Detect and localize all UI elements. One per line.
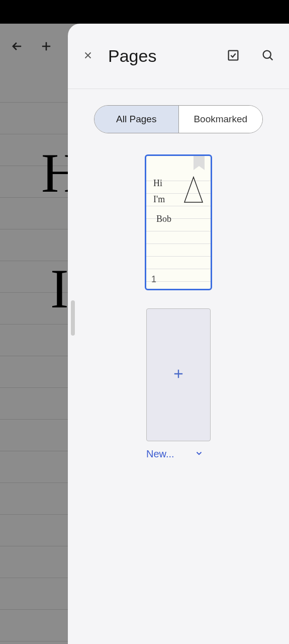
pages-panel: Pages: [68, 24, 289, 644]
bookmark-ribbon-icon: [194, 156, 205, 172]
new-page-button[interactable]: [146, 308, 211, 441]
hw-line-1: Hi: [153, 175, 171, 191]
tab-bookmarked[interactable]: Bookmarked: [179, 106, 263, 133]
svg-rect-0: [229, 51, 238, 60]
chevron-down-icon: [195, 449, 204, 460]
page-number: 1: [151, 274, 156, 285]
status-bar: [0, 0, 289, 24]
triangle-drawing: [183, 176, 204, 206]
panel-title: Pages: [108, 46, 222, 66]
scroll-handle[interactable]: [71, 300, 75, 336]
hw-line-3: Bob: [156, 211, 171, 227]
header-actions: [222, 45, 279, 67]
close-button[interactable]: [78, 46, 98, 66]
search-icon: [261, 48, 275, 64]
new-page-label: New...: [146, 448, 174, 460]
checkbox-icon: [226, 48, 240, 64]
close-icon: [82, 50, 93, 62]
plus-icon: [171, 367, 185, 383]
thumbnail-handwriting: Hi I'm Bob: [153, 175, 171, 227]
search-button[interactable]: [257, 45, 279, 67]
thumbnails-container: Hi I'm Bob 1: [145, 154, 212, 460]
new-page-container: New...: [146, 308, 211, 460]
panel-header: Pages: [68, 24, 289, 89]
hw-line-2: I'm: [153, 191, 171, 207]
pages-filter-tabs: All Pages Bookmarked: [94, 105, 263, 133]
select-button[interactable]: [222, 45, 244, 67]
new-page-dropdown[interactable]: New...: [146, 448, 211, 460]
page-thumbnail-1[interactable]: Hi I'm Bob 1: [145, 154, 212, 290]
panel-body: All Pages Bookmarked Hi I'm Bob: [68, 89, 289, 644]
tab-all-pages[interactable]: All Pages: [94, 106, 179, 133]
